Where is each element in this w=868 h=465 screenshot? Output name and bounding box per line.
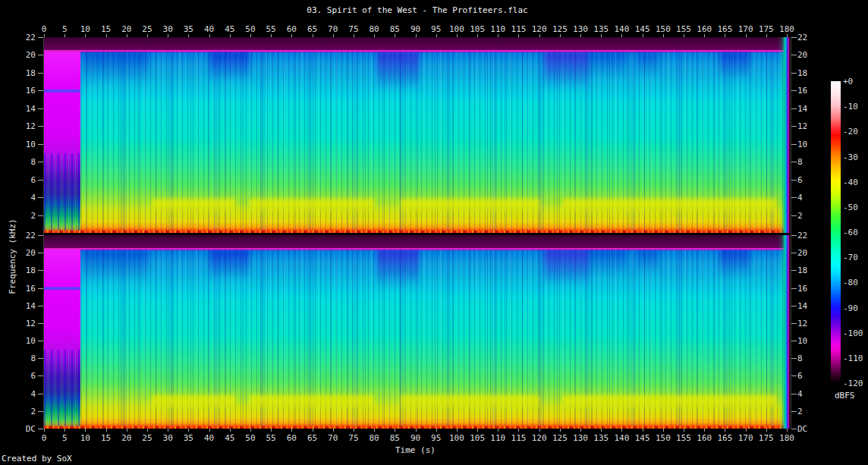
x-tick-mark (230, 429, 231, 432)
y-tick-label: 12 (797, 121, 807, 131)
y-tick-mark (38, 411, 43, 412)
colorbar-tick-label: -90 (843, 303, 858, 313)
x-tick-label: 75 (348, 433, 358, 443)
left-axis-line (43, 37, 44, 429)
x-tick-mark (106, 429, 107, 432)
x-tick-label: 165 (717, 433, 732, 443)
x-tick-label: 140 (615, 24, 630, 34)
low-energy-patch (719, 250, 750, 278)
colorbar-tick-label: -10 (843, 102, 858, 112)
dc-line (44, 231, 791, 233)
y-tick-label: 6 (30, 371, 36, 381)
y-tick-mark (38, 235, 43, 236)
x-tick-mark (106, 34, 107, 37)
x-tick-label: 175 (759, 433, 774, 443)
x-tick-label: 45 (225, 24, 234, 34)
y-tick-mark (38, 270, 43, 271)
x-tick-mark (560, 34, 561, 37)
x-tick-mark (684, 429, 684, 432)
x-tick-mark (374, 429, 375, 432)
x-tick-mark (746, 429, 747, 432)
x-tick-label: 0 (42, 433, 47, 443)
y-tick-label: 2 (30, 210, 36, 220)
midband-energy (152, 393, 235, 410)
y-tick-label: 14 (797, 300, 807, 310)
y-tick-label: 12 (26, 318, 36, 328)
y-tick-mark (38, 323, 43, 324)
x-tick-label: 100 (449, 24, 464, 34)
y-tick-label: 16 (797, 86, 807, 96)
ultrasonic-band (44, 37, 791, 52)
y-axis-left: 222018161412108642222018161412108642DC (0, 0, 36, 465)
x-tick-mark (560, 429, 561, 432)
y-tick-label: 22 (26, 33, 36, 42)
y-axis-right: 222018161412108642222018161412108642DC (797, 0, 828, 465)
x-tick-mark (477, 34, 478, 37)
y-tick-mark (791, 144, 797, 145)
x-tick-mark (601, 34, 602, 37)
midband-energy (562, 196, 776, 214)
y-tick-mark (791, 341, 797, 341)
x-tick-mark (663, 429, 664, 432)
low-energy-patch (377, 52, 419, 91)
x-tick-mark (354, 429, 354, 432)
x-tick-mark (127, 34, 127, 37)
y-tick-label: 16 (26, 86, 36, 96)
low-energy-patch (377, 250, 419, 288)
y-tick-label: 20 (797, 50, 807, 60)
x-tick-mark (621, 429, 622, 432)
page-title: 03. Spirit of the West - The Profiteers.… (44, 5, 791, 15)
y-tick-label: 14 (797, 103, 807, 113)
low-energy-patch (637, 250, 659, 275)
sox-spectrogram-window: 03. Spirit of the West - The Profiteers.… (0, 0, 868, 465)
x-tick-label: 120 (532, 433, 547, 443)
low-energy-patch (719, 52, 750, 81)
y-tick-mark (38, 37, 43, 38)
x-tick-mark (704, 34, 705, 37)
x-tick-mark (539, 34, 540, 37)
x-tick-mark (313, 34, 313, 37)
x-tick-mark (498, 34, 498, 37)
y-tick-mark (38, 288, 43, 289)
x-tick-label: 105 (470, 24, 485, 34)
y-tick-mark (38, 73, 43, 74)
y-tick-label: 10 (797, 336, 807, 346)
x-tick-mark (395, 429, 395, 432)
x-tick-label: 55 (266, 24, 276, 34)
low-energy-patch (637, 52, 659, 77)
x-tick-mark (663, 34, 664, 37)
x-tick-label: 160 (697, 433, 712, 443)
y-tick-mark (791, 375, 797, 376)
y-tick-mark (791, 108, 797, 109)
colorbar-tick-label: -100 (843, 328, 863, 338)
y-tick-label: 8 (797, 157, 803, 167)
x-tick-label: 60 (287, 24, 297, 34)
x-tick-mark (601, 429, 602, 432)
intro-quiet-region (44, 52, 80, 233)
x-tick-label: 30 (163, 24, 173, 34)
x-tick-mark (766, 429, 767, 432)
y-tick-label: DC (26, 424, 36, 434)
x-tick-label: 170 (738, 24, 753, 34)
y-tick-mark (791, 197, 797, 198)
y-tick-mark (791, 162, 797, 162)
x-tick-label: 115 (511, 24, 527, 34)
x-tick-mark (580, 34, 581, 37)
x-tick-label: 55 (266, 433, 276, 443)
colorbar-tick-label: +0 (843, 77, 853, 86)
x-tick-label: 145 (635, 433, 650, 443)
y-tick-label: 18 (797, 68, 807, 77)
x-tick-label: 90 (410, 24, 420, 34)
x-tick-label: 80 (369, 433, 379, 443)
y-tick-mark (38, 108, 43, 109)
x-tick-mark (457, 34, 458, 37)
x-tick-mark (250, 34, 251, 37)
x-tick-label: 100 (449, 433, 464, 443)
colorbar-tick-label: -120 (843, 379, 863, 388)
x-tick-mark (477, 429, 478, 432)
x-tick-mark (518, 34, 519, 37)
y-tick-label: 12 (797, 318, 807, 328)
x-tick-label: 140 (615, 433, 630, 443)
x-tick-label: 95 (431, 24, 441, 34)
low-energy-patch (83, 52, 149, 85)
